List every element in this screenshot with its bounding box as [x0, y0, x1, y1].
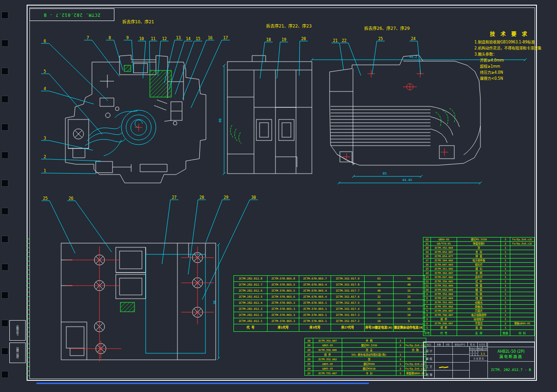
- leader-line: [132, 40, 134, 73]
- part-callout: 9: [126, 35, 128, 40]
- table-cell: GB65-85: [313, 366, 342, 371]
- table-cell: ZCTM.570.065.1: [299, 318, 331, 324]
- toolbar-button[interactable]: [1, 124, 8, 131]
- toolbar-button[interactable]: [1, 348, 8, 355]
- table-cell: ZCTM.570.065.3: [268, 318, 299, 324]
- table-cell: 18: [423, 254, 431, 259]
- part-callout: 13: [176, 35, 181, 40]
- toolbar-button[interactable]: [1, 292, 8, 299]
- leader-line: [49, 140, 93, 150]
- table-cell: 螺钉M3X10: [342, 366, 396, 371]
- table-cell: 63: [365, 276, 394, 282]
- sign-row-label: 工 艺: [423, 362, 435, 371]
- part-callout: 26: [69, 196, 73, 201]
- table-cell: 代 号: [431, 330, 457, 336]
- leader-line: [149, 41, 150, 71]
- table-cell: 3: [501, 238, 510, 242]
- toolbar-button[interactable]: [1, 180, 8, 187]
- table-cell: [510, 250, 535, 254]
- table-cell: ZCTM.570.065.5: [268, 282, 299, 288]
- table-cell: 1: [501, 313, 510, 317]
- bom-table-bottom-grid: 30ZCTM.352.007手 柄129GB65-85螺钉M3.5X302Fe/…: [304, 338, 426, 376]
- part-callout: 8: [108, 35, 111, 40]
- table-cell: 支 架: [457, 250, 501, 254]
- table-cell: 50: [394, 276, 425, 282]
- table-cell: 32: [394, 288, 425, 294]
- toolbar-button[interactable]: [1, 68, 8, 75]
- table-cell: 序号28额定电流(A): [365, 324, 394, 332]
- table-cell: 名 称: [457, 330, 501, 336]
- table-cell: ZCTM.570.065.8: [268, 276, 299, 282]
- table-cell: ZCTM.047.003: [431, 263, 457, 267]
- leader-line: [49, 201, 75, 253]
- tech-line: 开距≥4.0mm: [474, 57, 544, 63]
- table-cell: ZCTM.570.065.3: [268, 312, 299, 318]
- table-cell: 20: [394, 300, 425, 306]
- table-cell: 磁 轭: [457, 288, 501, 292]
- table-cell: 21: [423, 242, 431, 246]
- table-cell: ZCTM.352.017.2: [331, 318, 365, 324]
- toolbar-button[interactable]: [1, 152, 8, 159]
- table-cell: ZCTM.692.004: [431, 288, 457, 292]
- table-cell: 29: [305, 343, 313, 348]
- toolbar-button[interactable]: [1, 208, 8, 215]
- selection-polyline: [36, 383, 369, 384]
- dimension-text: 85: [383, 172, 387, 175]
- table-cell: ZCTM.352.017.3: [331, 312, 365, 318]
- date-cell: [452, 362, 470, 371]
- part-callout: 19: [282, 37, 286, 42]
- toolbar-button[interactable]: [1, 96, 8, 103]
- leader-line: [49, 74, 102, 134]
- product-name: 漏电断路器: [500, 354, 523, 359]
- table-cell: ZCTM.352.017.6: [331, 294, 365, 300]
- toolbar-button[interactable]: [1, 236, 8, 243]
- part-callout: 14: [186, 36, 190, 41]
- table-cell: [510, 326, 535, 330]
- corner-drawing-number: ZCTM. 282.012.7 - B: [29, 8, 114, 21]
- table-cell: 4: [423, 313, 431, 317]
- table-cell: 材 料: [510, 330, 535, 336]
- table-cell: ZCTM.282.012.2: [234, 312, 268, 318]
- table-cell: 组 件: [431, 326, 457, 330]
- table-cell: 13: [423, 275, 431, 280]
- product-name-cell: AHB2L-50 (2P) 漏电断路器: [487, 347, 535, 362]
- leader-line: [75, 201, 112, 252]
- toolbar-button[interactable]: [1, 320, 8, 327]
- table-cell: 螺钉M3.5X30: [342, 343, 396, 348]
- bom-table-right-grid: 22GB99-85螺钉M3.5X303Fe/Ep.Zn8.c2C21GB/T70…: [423, 237, 535, 336]
- signature-mark: [444, 364, 449, 368]
- table-cell: 6: [394, 318, 425, 324]
- table-cell: 12: [423, 280, 431, 284]
- front-view-drawing: [65, 55, 206, 183]
- table-cell: 1: [501, 288, 510, 292]
- sign-row-label: 设 计: [423, 346, 435, 355]
- toolbar-button[interactable]: [1, 12, 8, 19]
- toolbar-button[interactable]: [1, 371, 8, 378]
- table-cell: 1: [501, 305, 510, 309]
- table-cell: ZCTM.282.012.1: [234, 318, 268, 324]
- hatch-block-bottom: [120, 302, 134, 312]
- table-cell: 动触头: [457, 301, 501, 305]
- hatch-block-small: [124, 65, 131, 71]
- table-cell: 1: [501, 309, 510, 313]
- table-cell: [510, 271, 535, 275]
- table-cell: [510, 305, 535, 309]
- table-cell: ZCTM.255.004: [431, 296, 457, 301]
- table-cell: ZCTM.755.007: [313, 371, 342, 376]
- table-cell: 弹簧垫圈5: [457, 242, 501, 246]
- table-cell: 手 柄: [342, 338, 396, 343]
- table-cell: 衔 铁: [457, 292, 501, 296]
- table-cell: ZCTM.200.007: [431, 322, 457, 326]
- part-callout: 24: [411, 36, 416, 41]
- table-cell: GB65-85: [313, 343, 342, 348]
- dimension-text: 80: [219, 119, 222, 122]
- table-cell: 1: [501, 284, 510, 288]
- table-cell: 螺钉M3.5X30: [457, 238, 501, 242]
- toolbar-button[interactable]: [1, 40, 8, 47]
- table-cell: 连杆片: [457, 275, 501, 280]
- table-cell: [510, 296, 535, 301]
- table-cell: 卡 扣: [342, 371, 396, 376]
- toolbar-button[interactable]: [1, 264, 8, 271]
- table-cell: 25: [305, 362, 313, 366]
- table-cell: 26: [305, 357, 313, 362]
